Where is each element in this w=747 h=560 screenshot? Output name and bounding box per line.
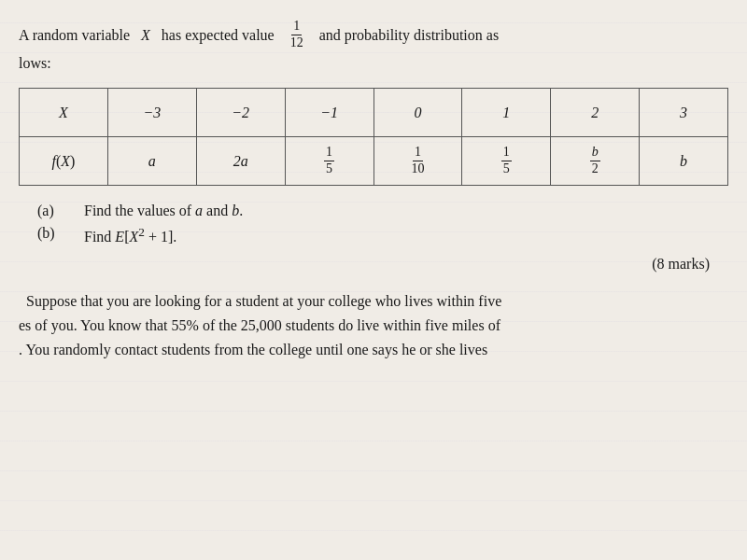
fraction-1-5-neg1: 1 5 bbox=[324, 145, 334, 177]
intro-paragraph: A random variable X has expected value 1… bbox=[19, 19, 719, 75]
row-label-fX: f(X) bbox=[20, 137, 108, 186]
page: A random variable X has expected value 1… bbox=[0, 0, 747, 560]
cell-neg2: 2a bbox=[196, 137, 285, 186]
part-b-line: (b) Find E[X2 + 1]. bbox=[37, 225, 719, 245]
variable-X: X bbox=[141, 23, 150, 48]
header-neg2: −2 bbox=[196, 89, 285, 137]
cell-2: b 2 bbox=[551, 137, 640, 186]
part-a-label: (a) bbox=[37, 203, 84, 219]
fraction-1-10: 1 10 bbox=[409, 145, 426, 177]
cell-3: b bbox=[640, 137, 728, 186]
intro-text-end: and probability distribution as bbox=[319, 23, 499, 48]
fraction-1-5-pos1: 1 5 bbox=[501, 145, 512, 177]
header-1: 1 bbox=[462, 89, 551, 137]
expected-value-fraction: 1 12 bbox=[289, 19, 305, 51]
part-b-text: Find E[X2 + 1]. bbox=[84, 225, 176, 245]
marks-label: (8 marks) bbox=[19, 256, 719, 273]
cell-1: 1 5 bbox=[462, 137, 551, 186]
probability-table: X −3 −2 −1 0 1 2 3 f(X) a 2a 1 5 1 10 bbox=[19, 88, 728, 186]
part-a-line: (a) Find the values of a and b. bbox=[37, 203, 719, 219]
intro-line1: A random variable X has expected value 1… bbox=[19, 19, 719, 51]
header-2: 2 bbox=[551, 89, 640, 137]
parts-section: (a) Find the values of a and b. (b) Find… bbox=[37, 203, 719, 245]
intro-text-mid: has expected value bbox=[162, 23, 275, 48]
fraction-b-2: b 2 bbox=[590, 145, 600, 177]
part-b-label: (b) bbox=[37, 225, 84, 242]
header-X: X bbox=[20, 89, 108, 137]
intro-text-start: A random variable bbox=[19, 23, 130, 48]
ev-denominator: 12 bbox=[289, 35, 305, 51]
cell-neg3: a bbox=[107, 137, 196, 186]
suppose-paragraph: Suppose that you are looking for a stude… bbox=[19, 289, 719, 363]
cell-neg1: 1 5 bbox=[285, 137, 374, 186]
cell-0: 1 10 bbox=[374, 137, 462, 186]
header-0: 0 bbox=[374, 89, 462, 137]
table-data-row: f(X) a 2a 1 5 1 10 1 5 bbox=[20, 137, 728, 186]
part-a-text: Find the values of a and b. bbox=[84, 203, 243, 219]
header-3: 3 bbox=[640, 89, 728, 137]
table-header-row: X −3 −2 −1 0 1 2 3 bbox=[20, 89, 728, 137]
lows-text: lows: bbox=[19, 51, 719, 76]
header-neg3: −3 bbox=[107, 89, 196, 137]
ev-numerator: 1 bbox=[291, 19, 302, 35]
header-neg1: −1 bbox=[285, 89, 374, 137]
